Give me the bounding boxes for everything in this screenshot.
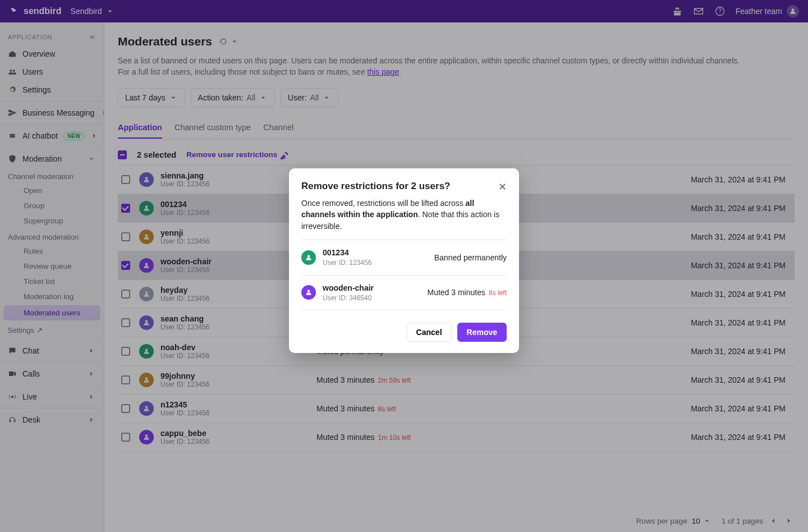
user-name: 001234 [323, 247, 428, 258]
user-name: wooden-chair [323, 282, 420, 293]
restriction-status: Banned permanently [434, 252, 507, 263]
user-avatar [301, 285, 316, 300]
time-left: 8s left [489, 289, 507, 297]
modal-user-row: 001234User ID: 123456Banned permanently [301, 240, 507, 276]
modal-scrim[interactable]: Remove restrictions for 2 users? ✕ Once … [0, 0, 808, 532]
restriction-status: Muted 3 minutes8s left [427, 287, 507, 298]
modal-title: Remove restrictions for 2 users? [301, 181, 450, 192]
modal-user-list: 001234User ID: 123456Banned permanentlyw… [301, 240, 507, 310]
close-icon[interactable]: ✕ [498, 181, 507, 193]
remove-button[interactable]: Remove [457, 323, 507, 342]
user-id: User ID: 123456 [323, 258, 428, 268]
modal-body: Once removed, restrictions will be lifte… [301, 198, 507, 310]
cancel-button[interactable]: Cancel [407, 323, 452, 342]
modal-user-row: wooden-chairUser ID: 346540Muted 3 minut… [301, 276, 507, 311]
user-id: User ID: 346540 [323, 293, 420, 303]
modal-text-a: Once removed, restrictions will be lifte… [301, 199, 466, 208]
user-avatar [301, 250, 316, 265]
remove-restrictions-modal: Remove restrictions for 2 users? ✕ Once … [289, 168, 519, 353]
